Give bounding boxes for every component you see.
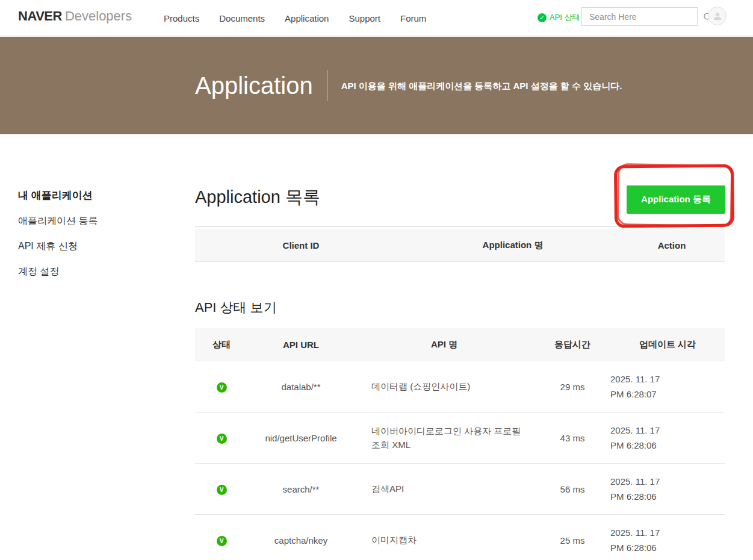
search-box [581,7,698,26]
status-ok-icon: V [217,382,227,393]
updated-date: 2025. 11. 17 [610,372,725,387]
top-header: NAVERDevelopers Products Documents Appli… [0,0,753,36]
response-time: 25 ms [535,535,610,546]
nav-item-products[interactable]: Products [164,13,199,23]
updated-at: 2025. 11. 17 PM 6:28:06 [610,474,725,504]
person-icon [712,11,723,22]
col-action: Action [619,240,725,250]
hero-subtitle: API 이용을 위해 애플리케이션을 등록하고 API 설정을 할 수 있습니다… [341,79,622,92]
api-url: search/** [248,484,354,494]
api-name: 네이버아이디로로그인 사용자 프로필 조회 XML [354,424,535,452]
sidebar-item-my-applications[interactable]: 내 애플리케이션 [18,188,169,202]
col-updated-at: 업데이트 시각 [610,339,725,350]
status-ok-icon: V [217,485,227,495]
sidebar-item-account-settings[interactable]: 계정 설정 [18,266,169,278]
sidebar-item-register-application[interactable]: 애플리케이션 등록 [18,215,169,228]
api-url: datalab/** [248,382,354,392]
updated-time: PM 6:28:06 [610,540,725,555]
updated-at: 2025. 11. 17 PM 6:28:06 [610,423,725,453]
updated-at: 2025. 11. 17 PM 6:28:07 [610,372,725,402]
nav-item-support[interactable]: Support [349,13,380,23]
api-name: 검색API [354,482,535,496]
logo-brand: NAVER [18,8,62,23]
api-name: 이미지캡차 [354,533,535,547]
table-row: V datalab/** 데이터랩 (쇼핑인사이트) 29 ms 2025. 1… [195,361,725,412]
naver-developers-logo[interactable]: NAVERDevelopers [18,8,132,24]
updated-date: 2025. 11. 17 [610,423,725,438]
api-table-header: 상태 API URL API 명 응답시간 업데이트 시각 [195,328,725,361]
hero-banner: Application API 이용을 위해 애플리케이션을 등록하고 API … [0,37,753,134]
application-table-header: Client ID Application 명 Action [195,229,725,262]
nav-item-documents[interactable]: Documents [219,13,265,23]
col-status: 상태 [195,339,248,350]
api-name: 데이터랩 (쇼핑인사이트) [354,379,535,393]
hero-divider [327,70,328,101]
title-divider [195,226,725,227]
table-row: V nid/getUserProfile 네이버아이디로로그인 사용자 프로필 … [195,412,725,464]
api-url: captcha/nkey [248,535,354,546]
page-title: Application 목록 [195,185,320,210]
nav-item-forum[interactable]: Forum [400,13,426,23]
logo-suffix: Developers [65,8,132,23]
api-status-label: API 상태 [550,12,580,23]
nav-item-application[interactable]: Application [285,13,329,23]
user-avatar[interactable] [708,7,727,25]
main-nav: Products Documents Application Support F… [164,0,426,36]
api-status-table: 상태 API URL API 명 응답시간 업데이트 시각 V datalab/… [195,328,725,560]
col-api-name: API 명 [354,339,535,350]
col-response-time: 응답시간 [535,339,610,350]
hero-title: Application [195,72,313,99]
updated-time: PM 6:28:07 [610,387,725,402]
table-row: V search/** 검색API 56 ms 2025. 11. 17 PM … [195,464,725,515]
sidebar-item-api-partnership[interactable]: API 제휴 신청 [18,240,169,253]
updated-at: 2025. 11. 17 PM 6:28:06 [610,525,725,555]
status-ok-icon: V [217,434,227,444]
application-register-button[interactable]: Application 등록 [627,185,725,214]
search-input[interactable] [582,8,703,25]
api-status-link[interactable]: ✓ API 상태 [538,12,580,23]
updated-time: PM 6:28:06 [610,489,725,504]
api-status-section-title: API 상태 보기 [195,299,277,317]
updated-date: 2025. 11. 17 [610,474,725,489]
col-api-url: API URL [248,340,354,350]
response-time: 29 ms [535,382,610,392]
col-application-name: Application 명 [407,240,619,251]
table-row: V captcha/nkey 이미지캡차 25 ms 2025. 11. 17 … [195,515,725,560]
response-time: 43 ms [535,433,610,443]
updated-time: PM 6:28:06 [610,438,725,453]
response-time: 56 ms [535,484,610,494]
col-client-id: Client ID [195,240,407,250]
check-icon: ✓ [538,13,547,22]
updated-date: 2025. 11. 17 [610,525,725,540]
sidebar-menu: 내 애플리케이션 애플리케이션 등록 API 제휴 신청 계정 설정 [18,188,169,291]
status-ok-icon: V [217,536,227,546]
api-url: nid/getUserProfile [248,433,354,443]
